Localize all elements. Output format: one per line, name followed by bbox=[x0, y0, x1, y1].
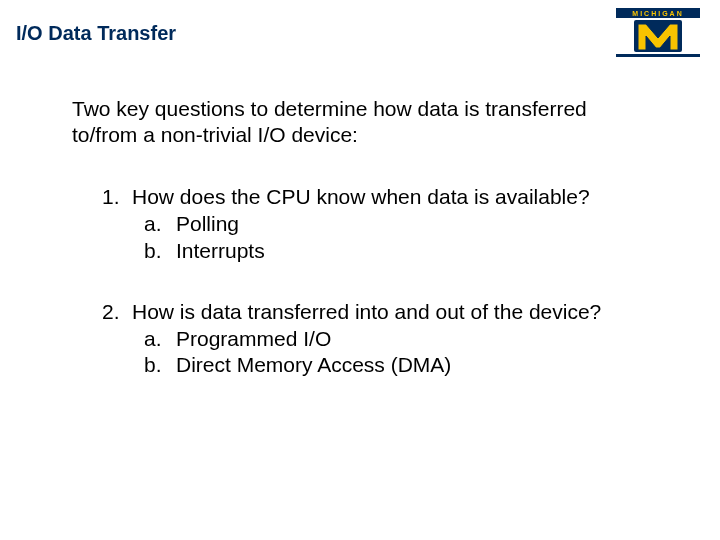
list-item: a. Programmed I/O bbox=[144, 326, 642, 353]
question-1-subs: a. Polling b. Interrupts bbox=[102, 211, 642, 265]
sub-letter: b. bbox=[144, 352, 176, 379]
list-item: b. Interrupts bbox=[144, 238, 642, 265]
svg-rect-2 bbox=[616, 54, 700, 57]
list-item: a. Polling bbox=[144, 211, 642, 238]
question-list: 1. How does the CPU know when data is av… bbox=[102, 184, 642, 413]
list-item: b. Direct Memory Access (DMA) bbox=[144, 352, 642, 379]
sub-letter: a. bbox=[144, 211, 176, 238]
sub-letter: a. bbox=[144, 326, 176, 353]
sub-letter: b. bbox=[144, 238, 176, 265]
logo-text: MICHIGAN bbox=[632, 10, 683, 17]
question-2-subs: a. Programmed I/O b. Direct Memory Acces… bbox=[102, 326, 642, 380]
question-number: 2. bbox=[102, 299, 132, 326]
sub-text: Interrupts bbox=[176, 238, 265, 265]
question-2: 2. How is data transferred into and out … bbox=[102, 299, 642, 380]
slide-title: I/O Data Transfer bbox=[16, 22, 176, 45]
question-text: How is data transferred into and out of … bbox=[132, 299, 642, 326]
question-1: 1. How does the CPU know when data is av… bbox=[102, 184, 642, 265]
michigan-logo: MICHIGAN bbox=[610, 6, 706, 60]
sub-text: Direct Memory Access (DMA) bbox=[176, 352, 451, 379]
sub-text: Polling bbox=[176, 211, 239, 238]
slide: I/O Data Transfer MICHIGAN Two key quest… bbox=[0, 0, 720, 540]
sub-text: Programmed I/O bbox=[176, 326, 331, 353]
intro-text: Two key questions to determine how data … bbox=[72, 96, 632, 149]
question-number: 1. bbox=[102, 184, 132, 211]
question-text: How does the CPU know when data is avail… bbox=[132, 184, 642, 211]
